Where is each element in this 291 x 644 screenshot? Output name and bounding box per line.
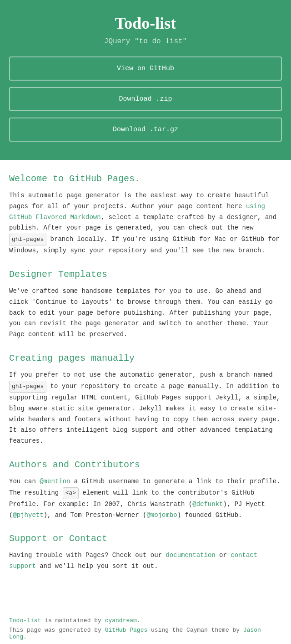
documentation-link[interactable]: documentation — [166, 552, 215, 559]
header: Todo-list JQuery "to do list" View on Gi… — [0, 0, 291, 160]
section-welcome: Welcome to GitHub Pages. This automatic … — [9, 174, 282, 256]
gfm-link[interactable]: using GitHub Flavored Markdown — [9, 203, 265, 221]
section-authors: Authors and Contributors You can @mentio… — [9, 460, 282, 521]
main-content: Welcome to GitHub Pages. This automatic … — [0, 160, 291, 608]
view-on-github-button[interactable]: View on GitHub — [9, 56, 282, 81]
section-support-text: Having trouble with Pages? Check out our… — [9, 550, 282, 572]
ghl-pages-badge-2: ghl-pages — [9, 381, 46, 393]
section-designer-title: Designer Templates — [9, 269, 282, 280]
section-designer: Designer Templates We've crafted some ha… — [9, 269, 282, 340]
section-manual-title: Creating pages manually — [9, 353, 282, 363]
page-subtitle: JQuery "to do list" — [9, 37, 282, 46]
footer-divider — [9, 585, 282, 585]
pjhyett-link[interactable]: @pjhyett — [13, 511, 43, 519]
download-targz-button[interactable]: Download .tar.gz — [9, 118, 282, 142]
footer-line-1: Todo-list is maintained by cyandream. — [9, 617, 282, 624]
section-welcome-text: This automatic page generator is the eas… — [9, 190, 282, 256]
footer: Todo-list is maintained by cyandream. Th… — [0, 608, 291, 644]
ghl-pages-badge-1: ghl-pages — [9, 234, 46, 245]
section-support: Support or Contact Having trouble with P… — [9, 533, 282, 572]
section-designer-text: We've crafted some handsome templates fo… — [9, 286, 282, 340]
mention-link[interactable]: @mention — [40, 478, 70, 485]
repo-link[interactable]: Todo-list — [9, 617, 41, 624]
defunkt-link[interactable]: @defunkt — [192, 501, 223, 508]
page-title: Todo-list — [9, 14, 282, 33]
section-manual: Creating pages manually If you prefer to… — [9, 353, 282, 447]
a-tag-badge: <a> — [63, 487, 79, 499]
section-authors-text: You can @mention a GitHub username to ge… — [9, 476, 282, 521]
section-support-title: Support or Contact — [9, 533, 282, 544]
section-authors-title: Authors and Contributors — [9, 460, 282, 470]
section-manual-text: If you prefer to not use the automatic g… — [9, 370, 282, 447]
contact-support-link[interactable]: contact support — [9, 552, 257, 570]
mojombo-link[interactable]: @mojombo — [146, 511, 177, 519]
footer-line-2: This page was generated by GitHub Pages … — [9, 627, 282, 640]
section-welcome-title: Welcome to GitHub Pages. — [9, 174, 282, 184]
github-pages-link[interactable]: GitHub Pages — [105, 627, 148, 634]
download-zip-button[interactable]: Download .zip — [9, 87, 282, 111]
maintainer-link[interactable]: cyandream — [105, 617, 137, 624]
